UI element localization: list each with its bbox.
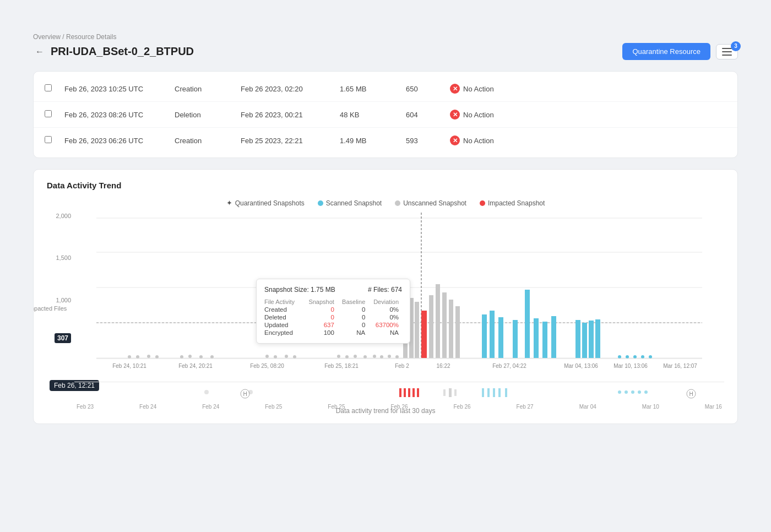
mini-label-mar04: Mar 04 bbox=[579, 404, 596, 410]
svg-rect-80 bbox=[498, 388, 501, 397]
svg-text:Feb 25, 18:21: Feb 25, 18:21 bbox=[324, 363, 359, 369]
svg-point-13 bbox=[155, 355, 159, 359]
chart-card: Data Activity Trend ✦ Quarantined Snapsh… bbox=[33, 169, 738, 424]
deleted-baseline: 0 bbox=[338, 313, 368, 321]
col-header-deviation: Deviation bbox=[368, 298, 402, 306]
svg-rect-34 bbox=[429, 295, 433, 358]
svg-rect-38 bbox=[455, 306, 460, 358]
updated-snapshot: 637 bbox=[303, 321, 337, 329]
row-action-1: Creation bbox=[175, 85, 241, 93]
svg-point-16 bbox=[199, 355, 203, 359]
svg-rect-71 bbox=[408, 388, 410, 397]
back-button[interactable]: ← bbox=[33, 46, 46, 58]
menu-badge: 3 bbox=[731, 41, 741, 51]
row-status-label-3: No Action bbox=[463, 137, 494, 145]
chart-container: # Impacted Files 2,000 1,500 1,000 500 0… bbox=[47, 213, 724, 404]
row-checkbox-2[interactable] bbox=[45, 110, 56, 119]
mini-label-feb24a: Feb 24 bbox=[139, 404, 156, 410]
created-snapshot: 0 bbox=[303, 306, 337, 313]
table-row: Feb 26, 2023 08:26 UTC Deletion Feb 26 2… bbox=[34, 102, 737, 128]
svg-rect-74 bbox=[443, 389, 446, 396]
encrypted-deviation: NA bbox=[368, 329, 402, 336]
svg-text:H: H bbox=[689, 391, 693, 397]
col-header-baseline: Baseline bbox=[338, 298, 368, 306]
svg-text:H: H bbox=[243, 391, 247, 397]
checkbox-1[interactable] bbox=[45, 84, 52, 91]
svg-rect-81 bbox=[505, 388, 507, 397]
table-container: Feb 26, 2023 10:25 UTC Creation Feb 26 2… bbox=[34, 72, 737, 158]
svg-rect-78 bbox=[487, 388, 490, 397]
updated-deviation: 63700% bbox=[368, 321, 402, 329]
svg-point-84 bbox=[631, 390, 634, 394]
checkbox-3[interactable] bbox=[45, 136, 52, 143]
svg-rect-73 bbox=[417, 388, 419, 397]
svg-rect-70 bbox=[404, 388, 406, 397]
svg-rect-49 bbox=[589, 321, 594, 358]
deleted-deviation: 0% bbox=[368, 313, 402, 321]
svg-point-28 bbox=[388, 355, 391, 358]
row-checkbox-3[interactable] bbox=[45, 136, 56, 145]
svg-rect-1 bbox=[722, 51, 732, 52]
svg-rect-48 bbox=[582, 323, 587, 358]
svg-rect-32 bbox=[415, 302, 419, 358]
created-baseline: 0 bbox=[338, 306, 368, 313]
svg-text:Feb 24, 20:21: Feb 24, 20:21 bbox=[178, 363, 213, 369]
svg-rect-40 bbox=[490, 311, 495, 358]
svg-rect-41 bbox=[498, 317, 503, 358]
svg-point-11 bbox=[136, 355, 139, 359]
encrypted-snapshot: 100 bbox=[303, 329, 337, 336]
svg-point-27 bbox=[380, 355, 383, 359]
svg-point-29 bbox=[395, 355, 399, 359]
row-status-1: ✕ No Action bbox=[450, 84, 494, 94]
page-header: ← PRI-UDA_BSet-0_2_BTPUD Quarantine Reso… bbox=[33, 43, 738, 60]
mini-label-mar10: Mar 10 bbox=[642, 404, 659, 410]
row-status-label-1: No Action bbox=[463, 85, 494, 93]
svg-rect-50 bbox=[595, 319, 600, 358]
quarantined-icon: ✦ bbox=[226, 199, 232, 207]
mini-timeline-svg: H H bbox=[74, 386, 724, 402]
legend-unscanned-label: Unscanned Snapshot bbox=[403, 199, 466, 207]
svg-rect-77 bbox=[482, 388, 484, 397]
chart-tooltip: Snapshot Size: 1.75 MB # Files: 674 File… bbox=[256, 279, 410, 344]
svg-rect-39 bbox=[482, 314, 487, 358]
svg-point-23 bbox=[345, 355, 349, 359]
svg-point-67 bbox=[204, 390, 209, 394]
svg-point-18 bbox=[265, 355, 269, 358]
legend-scanned: Scanned Snapshot bbox=[318, 199, 382, 207]
svg-rect-33 bbox=[421, 311, 427, 358]
legend-impacted: Impacted Snapshot bbox=[480, 199, 545, 207]
menu-button[interactable]: 3 bbox=[716, 44, 738, 59]
svg-point-85 bbox=[638, 390, 641, 394]
svg-point-20 bbox=[285, 355, 288, 358]
row-size-3: 1.49 MB bbox=[340, 137, 406, 145]
col-header-snapshot: Snapshot bbox=[303, 298, 337, 306]
checkbox-2[interactable] bbox=[45, 110, 52, 117]
snapshot-table-card: Feb 26, 2023 10:25 UTC Creation Feb 26 2… bbox=[33, 71, 738, 158]
tooltip-snapshot-size: Snapshot Size: 1.75 MB bbox=[264, 286, 335, 294]
quarantine-button[interactable]: Quarantine Resource bbox=[622, 43, 710, 60]
svg-rect-69 bbox=[399, 388, 401, 397]
svg-rect-37 bbox=[449, 300, 453, 358]
svg-rect-46 bbox=[551, 316, 556, 358]
row-checkbox-1[interactable] bbox=[45, 84, 56, 93]
tooltip-row-encrypted: Encrypted 100 NA NA bbox=[264, 329, 402, 336]
mini-label-feb26a: Feb 26 bbox=[390, 404, 408, 410]
svg-rect-72 bbox=[412, 388, 415, 397]
tooltip-header: Snapshot Size: 1.75 MB # Files: 674 bbox=[264, 286, 402, 294]
deleted-snapshot: 0 bbox=[303, 313, 337, 321]
svg-point-86 bbox=[644, 390, 648, 394]
row-files-3: 593 bbox=[406, 137, 450, 145]
y-tick-2000: 2,000 bbox=[56, 213, 71, 219]
mini-label-feb25a: Feb 25 bbox=[265, 404, 282, 410]
svg-text:16:22: 16:22 bbox=[436, 363, 450, 369]
legend-quarantined-label: Quarantined Snapshots bbox=[235, 199, 305, 207]
mini-label-feb23: Feb 23 bbox=[77, 404, 94, 410]
svg-point-25 bbox=[363, 355, 367, 359]
row-action-2: Deletion bbox=[175, 111, 241, 119]
legend-quarantined: ✦ Quarantined Snapshots bbox=[226, 199, 305, 207]
row-status-2: ✕ No Action bbox=[450, 110, 494, 120]
table-row: Feb 26, 2023 06:26 UTC Creation Feb 25 2… bbox=[34, 128, 737, 153]
y-value-label: 307 bbox=[55, 333, 71, 343]
svg-rect-79 bbox=[493, 388, 495, 397]
menu-icon bbox=[722, 48, 732, 56]
